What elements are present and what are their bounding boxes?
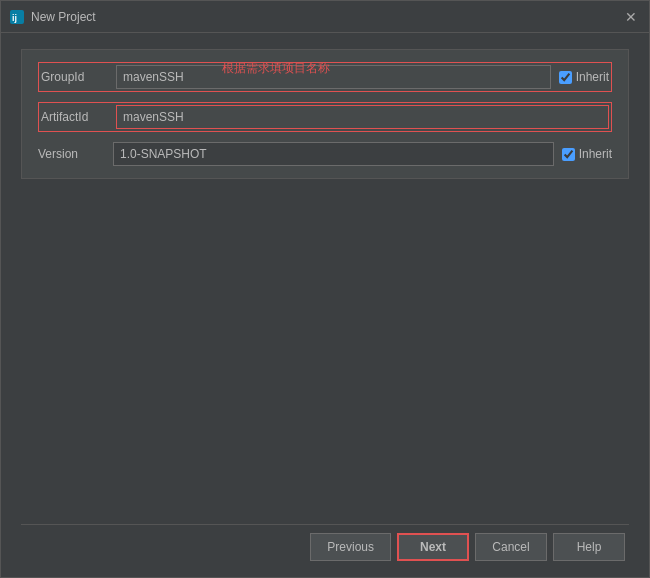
version-label: Version	[38, 147, 113, 161]
next-button[interactable]: Next	[397, 533, 469, 561]
left-accent-bar	[1, 33, 7, 113]
app-icon: ij	[9, 9, 25, 25]
help-button[interactable]: Help	[553, 533, 625, 561]
version-inherit-label: Inherit	[579, 147, 612, 161]
artifactid-inner: ArtifactId	[41, 105, 609, 129]
groupid-row: GroupId Inherit	[38, 62, 612, 92]
version-input[interactable]	[113, 142, 554, 166]
version-row: Version Inherit	[38, 142, 612, 166]
dialog-title: New Project	[31, 10, 621, 24]
cancel-button[interactable]: Cancel	[475, 533, 547, 561]
button-bar: Previous Next Cancel Help	[21, 524, 629, 565]
groupid-input[interactable]	[116, 65, 551, 89]
previous-button[interactable]: Previous	[310, 533, 391, 561]
dialog-content: 根据需求填项目名称 GroupId Inherit ArtifactId	[1, 33, 649, 577]
groupid-inherit-wrap: Inherit	[559, 70, 609, 84]
close-button[interactable]: ✕	[621, 7, 641, 27]
groupid-inner: GroupId Inherit	[41, 65, 609, 89]
artifactid-row: ArtifactId	[38, 102, 612, 132]
groupid-label: GroupId	[41, 70, 116, 84]
groupid-inherit-checkbox[interactable]	[559, 71, 572, 84]
dialog-window: ij New Project ✕ 根据需求填项目名称 GroupId Inher…	[0, 0, 650, 578]
artifactid-input[interactable]	[116, 105, 609, 129]
spacer	[21, 187, 629, 524]
title-bar: ij New Project ✕	[1, 1, 649, 33]
artifactid-label: ArtifactId	[41, 110, 116, 124]
right-accent-bar	[643, 101, 649, 181]
svg-text:ij: ij	[12, 13, 17, 23]
version-inherit-wrap: Inherit	[562, 147, 612, 161]
groupid-inherit-label: Inherit	[576, 70, 609, 84]
version-inherit-checkbox[interactable]	[562, 148, 575, 161]
form-area: 根据需求填项目名称 GroupId Inherit ArtifactId	[21, 49, 629, 179]
